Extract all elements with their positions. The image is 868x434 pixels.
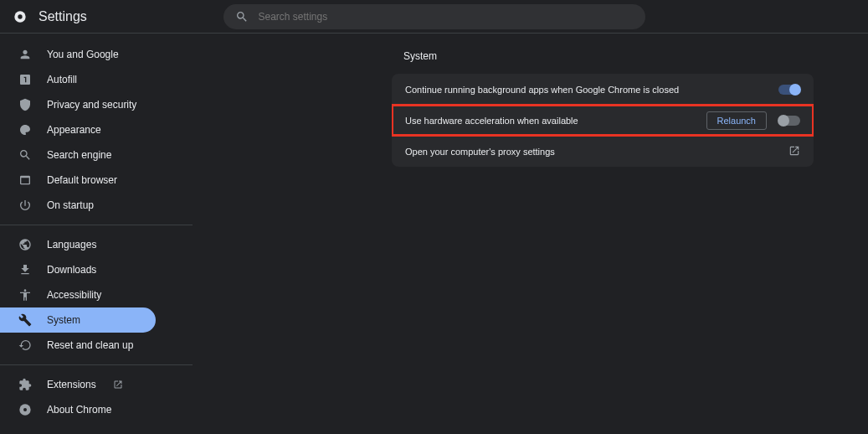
chrome-icon	[18, 403, 32, 416]
sidebar-item-label: Appearance	[47, 124, 101, 136]
sidebar-item-label: Default browser	[47, 174, 117, 186]
setting-label: Open your computer's proxy settings	[405, 147, 555, 157]
relaunch-button[interactable]: Relaunch	[706, 111, 767, 130]
setting-row-proxy[interactable]: Open your computer's proxy settings	[392, 136, 814, 167]
page-title: Settings	[39, 9, 87, 24]
sidebar-item-label: Accessibility	[47, 289, 101, 301]
search-engine-icon	[18, 148, 32, 162]
sidebar-item-system[interactable]: System	[0, 307, 156, 333]
sidebar-item-default-browser[interactable]: Default browser	[0, 168, 193, 193]
sidebar-item-label: Downloads	[47, 264, 96, 276]
sidebar-item-label: You and Google	[47, 49, 119, 60]
sidebar-item-languages[interactable]: Languages	[0, 232, 193, 257]
sidebar-item-about-chrome[interactable]: About Chrome	[0, 397, 193, 422]
sidebar-item-label: Extensions	[47, 379, 96, 390]
extension-icon	[18, 378, 32, 391]
appearance-icon	[18, 123, 32, 137]
sidebar-item-label: Languages	[47, 239, 96, 251]
section-heading: System	[403, 50, 868, 62]
hardware-accel-toggle[interactable]	[778, 116, 800, 126]
browser-icon	[18, 173, 32, 187]
shield-icon	[18, 98, 32, 111]
svg-point-3	[23, 408, 27, 411]
sidebar-item-reset[interactable]: Reset and clean up	[0, 333, 193, 358]
setting-row-hardware-accel: Use hardware acceleration when available…	[392, 105, 814, 136]
sidebar-item-extensions[interactable]: Extensions	[0, 372, 193, 397]
sidebar-item-autofill[interactable]: Autofill	[0, 67, 193, 92]
history-icon	[18, 338, 32, 352]
external-link-icon	[788, 145, 800, 158]
setting-row-background-apps: Continue running background apps when Go…	[392, 74, 814, 105]
search-input[interactable]	[259, 11, 634, 23]
background-apps-toggle[interactable]	[778, 85, 800, 95]
person-icon	[18, 48, 32, 61]
nav-separator	[0, 225, 193, 225]
sidebar-item-label: Privacy and security	[47, 99, 136, 111]
sidebar-item-label: Reset and clean up	[47, 339, 133, 351]
sidebar-item-you-and-google[interactable]: You and Google	[0, 42, 193, 67]
svg-point-1	[18, 14, 22, 18]
chrome-logo-icon	[13, 10, 27, 23]
search-settings[interactable]	[223, 4, 645, 29]
search-icon	[235, 10, 249, 23]
sidebar-item-accessibility[interactable]: Accessibility	[0, 282, 193, 307]
sidebar-item-label: System	[47, 314, 80, 326]
external-link-icon	[111, 378, 125, 391]
sidebar-item-appearance[interactable]: Appearance	[0, 117, 193, 142]
setting-label: Use hardware acceleration when available	[405, 116, 578, 126]
sidebar-item-label: On startup	[47, 199, 94, 211]
sidebar-item-search-engine[interactable]: Search engine	[0, 142, 193, 168]
globe-icon	[18, 238, 32, 251]
nav-separator	[0, 364, 193, 365]
autofill-icon	[18, 73, 32, 86]
setting-label: Continue running background apps when Go…	[405, 85, 679, 95]
accessibility-icon	[18, 288, 32, 302]
download-icon	[18, 263, 32, 276]
sidebar-item-downloads[interactable]: Downloads	[0, 257, 193, 282]
sidebar-item-on-startup[interactable]: On startup	[0, 193, 193, 218]
sidebar-item-label: About Chrome	[47, 404, 111, 416]
sidebar-item-privacy[interactable]: Privacy and security	[0, 92, 193, 117]
sidebar-item-label: Search engine	[47, 149, 111, 161]
wrench-icon	[18, 313, 32, 327]
sidebar-item-label: Autofill	[47, 74, 77, 85]
power-icon	[18, 199, 32, 212]
